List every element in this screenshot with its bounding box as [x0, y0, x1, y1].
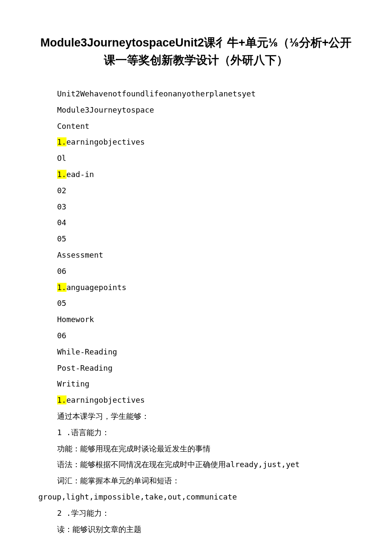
- body-line: 读：能够识别文章的主题: [38, 521, 354, 538]
- highlight-prefix: 1.: [57, 170, 66, 179]
- body-line: 词汇：能掌握本单元的单词和短语：: [38, 473, 354, 489]
- body-line: 2 .学习能力：: [38, 505, 354, 521]
- body-line: Assessment: [38, 247, 354, 263]
- body-line: While-Reading: [38, 344, 354, 360]
- body-line: Content: [38, 118, 354, 134]
- body-line: 05: [38, 231, 354, 247]
- line-text: 通过本课学习，学生能够：: [57, 412, 149, 421]
- line-text: 03: [57, 202, 66, 211]
- body-line: 语法：能够根据不同情况在现在完成时中正确使用already,just,yet: [38, 456, 354, 473]
- line-text: 读：能够识别文章的主题: [57, 525, 141, 534]
- document-title: Module3JourneytospaceUnit2课彳牛+单元⅛（⅛分析+公开…: [38, 34, 354, 69]
- line-text: 05: [57, 299, 66, 308]
- line-text: earningobjectives: [66, 395, 145, 404]
- line-text: 词汇：能掌握本单元的单词和短语：: [57, 476, 180, 485]
- body-line: Homework: [38, 311, 354, 328]
- body-line: 1.ead-in: [38, 166, 354, 183]
- line-text: 2 .学习能力：: [57, 509, 110, 517]
- body-line: 06: [38, 263, 354, 279]
- body-line: 1.anguagepoints: [38, 279, 354, 296]
- line-text: 06: [57, 267, 66, 276]
- highlight-prefix: 1.: [57, 137, 66, 146]
- body-line: Post-Reading: [38, 360, 354, 376]
- body-line: 1.earningobjectives: [38, 134, 354, 150]
- line-text: 06: [57, 331, 66, 340]
- body-line: 04: [38, 215, 354, 231]
- body-line: group,light,impossible,take,out,communic…: [38, 489, 354, 505]
- line-text: Module3Journeytospace: [57, 105, 154, 114]
- highlight-prefix: 1.: [57, 395, 66, 404]
- line-text: earningobjectives: [66, 137, 145, 146]
- line-text: Unit2Wehavenotfoundlifeonanyotherplanets…: [57, 89, 256, 98]
- line-text: 1 .语言能力：: [57, 428, 110, 437]
- line-text: group,light,impossible,take,out,communic…: [38, 492, 237, 501]
- highlight-prefix: 1.: [57, 283, 66, 292]
- line-text: ead-in: [66, 170, 94, 179]
- line-text: While-Reading: [57, 347, 117, 356]
- body-line: 功能：能够用现在完成时谈论最近发生的事情: [38, 441, 354, 457]
- body-line: Ol: [38, 150, 354, 166]
- line-text: anguagepoints: [66, 283, 127, 292]
- body-line: Module3Journeytospace: [38, 102, 354, 118]
- line-text: Homework: [57, 315, 94, 324]
- line-text: 02: [57, 186, 66, 195]
- line-text: 语法：能够根据不同情况在现在完成时中正确使用already,just,yet: [57, 460, 300, 469]
- line-text: 04: [57, 218, 66, 227]
- line-text: Writing: [57, 379, 89, 388]
- body-line: 05: [38, 295, 354, 311]
- line-text: Post-Reading: [57, 363, 112, 372]
- body-line: 1 .语言能力：: [38, 424, 354, 441]
- document-body: Unit2Wehavenotfoundlifeonanyotherplanets…: [38, 86, 354, 537]
- line-text: Assessment: [57, 250, 103, 259]
- body-line: Writing: [38, 376, 354, 392]
- line-text: 05: [57, 234, 66, 243]
- body-line: 1.earningobjectives: [38, 392, 354, 408]
- line-text: Content: [57, 122, 89, 131]
- body-line: 02: [38, 183, 354, 199]
- body-line: 03: [38, 199, 354, 215]
- body-line: Unit2Wehavenotfoundlifeonanyotherplanets…: [38, 86, 354, 102]
- line-text: 功能：能够用现在完成时谈论最近发生的事情: [57, 444, 210, 453]
- body-line: 通过本课学习，学生能够：: [38, 408, 354, 424]
- line-text: Ol: [57, 154, 66, 163]
- body-line: 06: [38, 328, 354, 344]
